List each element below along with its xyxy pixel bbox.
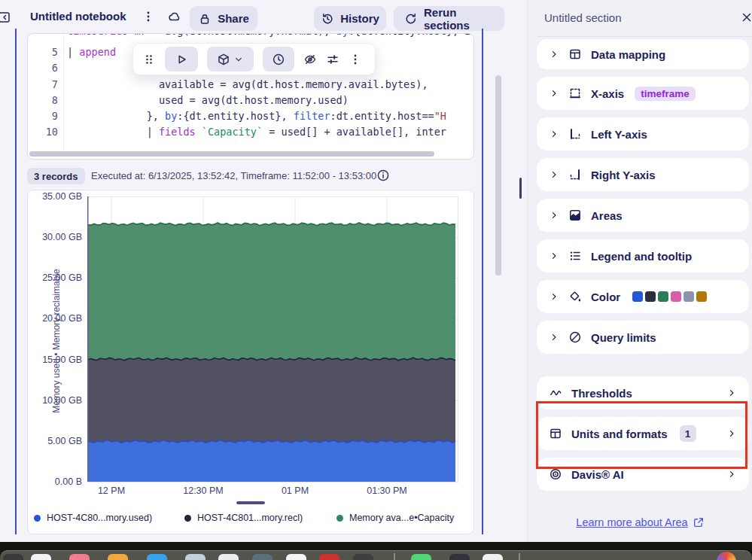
- legend-item[interactable]: HOST-4C80...mory.used): [34, 513, 152, 523]
- panel-tool-davis-ai[interactable]: Davis® AI: [537, 458, 749, 491]
- color-swatch: [645, 291, 656, 302]
- rerun-label: Rerun sections: [424, 6, 494, 32]
- line-number: 5: [28, 44, 58, 60]
- history-icon: [321, 12, 334, 26]
- dock-app-icon[interactable]: [252, 554, 272, 560]
- legend-item[interactable]: HOST-4C801...mory.recl): [184, 513, 303, 523]
- records-count-badge: 3 records: [27, 168, 85, 184]
- table-icon: [568, 47, 582, 61]
- cloud-sync-icon[interactable]: [166, 8, 184, 25]
- y-tick-label: 0.00 B: [31, 476, 82, 487]
- panel-tool-thresholds[interactable]: Thresholds: [537, 376, 749, 409]
- panel-section-query-limits[interactable]: Query limits: [537, 321, 749, 354]
- learn-more-link[interactable]: Learn more about Area: [528, 516, 752, 528]
- dock-app-icon[interactable]: [31, 554, 51, 560]
- dock-app-icon[interactable]: [411, 554, 431, 560]
- history-button[interactable]: History: [314, 6, 386, 31]
- areas-icon: [568, 208, 582, 222]
- more-options-icon[interactable]: [349, 53, 362, 66]
- section-toolbar: [132, 43, 376, 75]
- chevron-right-icon: [549, 210, 559, 221]
- chevron-right-icon: [549, 129, 559, 139]
- dock-app-icon[interactable]: [319, 554, 339, 560]
- section-label: Left Y-axis: [591, 128, 647, 141]
- chevron-right-icon: [549, 169, 559, 180]
- chevron-right-icon: [726, 469, 737, 479]
- legend-label: HOST-4C801...mory.recl): [197, 513, 303, 523]
- y-tick-label: 25.00 GB: [31, 272, 82, 283]
- cube-icon: [217, 53, 230, 66]
- share-label: Share: [218, 12, 249, 25]
- line-number: 9: [28, 108, 58, 124]
- chevron-right-icon: [549, 291, 559, 302]
- hide-input-icon[interactable]: [303, 53, 317, 66]
- color-swatch: [671, 291, 681, 302]
- panel-title: Untitled section: [544, 11, 622, 24]
- chart-legend: HOST-4C80...mory.used)HOST-4C801...mory.…: [28, 513, 475, 526]
- panel-section-x-axis[interactable]: X-axistimeframe: [537, 77, 749, 110]
- color-swatches: [632, 291, 707, 302]
- panel-section-legend-and-tooltip[interactable]: Legend and tooltip: [537, 239, 749, 272]
- options-sliders-icon[interactable]: [326, 53, 339, 66]
- panel-tool-units-and-formats[interactable]: Units and formats1: [537, 417, 749, 450]
- timeframe-button[interactable]: [263, 47, 294, 72]
- panel-section-data-mapping[interactable]: Data mapping: [537, 39, 749, 69]
- code-line[interactable]: 10 | fields `Capacity` = used[] + availa…: [28, 124, 473, 140]
- dock-app-icon[interactable]: [218, 554, 239, 560]
- legend-icon: [568, 249, 582, 263]
- dock-app-icon[interactable]: [286, 554, 306, 560]
- stacked-area-plot[interactable]: [87, 196, 458, 482]
- x-tick-label: 01 PM: [265, 485, 325, 496]
- color-swatch: [632, 291, 643, 302]
- panel-section-right-y-axis[interactable]: Right Y-axis: [537, 158, 749, 191]
- panel-resize-handle[interactable]: [519, 178, 522, 199]
- sidebar-collapse-icon[interactable]: [0, 9, 13, 26]
- chevron-right-icon: [549, 88, 559, 99]
- section-label: Data mapping: [591, 48, 665, 61]
- panel-divider: [537, 36, 752, 37]
- dock-app-icon[interactable]: [449, 554, 470, 560]
- dock-app-icon[interactable]: [353, 554, 373, 560]
- editor-horizontal-scrollbar[interactable]: [29, 151, 472, 157]
- dock-separator: [394, 553, 395, 560]
- dock-app-icon[interactable]: [3, 554, 23, 560]
- x-axis-icon: [568, 87, 582, 100]
- visualization-picker-button[interactable]: [207, 47, 254, 72]
- panel-section-color[interactable]: Color: [537, 280, 749, 313]
- section-label: Areas: [591, 209, 623, 222]
- dock-app-icon[interactable]: [69, 554, 90, 560]
- dock: [0, 542, 752, 560]
- code-line[interactable]: 9 }, by:{dt.entity.host}, filter:dt.enti…: [28, 108, 473, 124]
- legend-item[interactable]: Memory ava...e•Capacity: [336, 513, 454, 523]
- dock-app-icon[interactable]: [108, 554, 128, 560]
- chart-pan-indicator[interactable]: [236, 501, 265, 504]
- drag-handle-icon[interactable]: [142, 53, 156, 66]
- execution-info: Executed at: 6/13/2025, 13:52:42, Timefr…: [91, 170, 376, 181]
- info-icon[interactable]: [376, 169, 390, 182]
- run-query-button[interactable]: [165, 47, 198, 72]
- thresholds-icon: [549, 386, 562, 400]
- code-line[interactable]: 8 used = avg(dt.host.memory.used): [28, 93, 473, 108]
- panel-section-areas[interactable]: Areas: [537, 199, 749, 232]
- color-swatch: [658, 291, 668, 302]
- main-scrollbar[interactable]: [495, 75, 501, 275]
- rerun-sections-button[interactable]: Rerun sections: [394, 6, 504, 31]
- dock-app-icon[interactable]: [483, 554, 503, 560]
- y-tick-label: 35.00 GB: [31, 191, 82, 202]
- tool-label: Davis® AI: [571, 468, 624, 481]
- chevron-right-icon: [549, 49, 559, 59]
- chevron-right-icon: [549, 251, 559, 261]
- timeframe-badge: timeframe: [635, 87, 696, 101]
- y-tick-label: 15.00 GB: [31, 355, 82, 365]
- panel-section-left-y-axis[interactable]: Left Y-axis: [537, 117, 749, 151]
- query-limits-icon: [568, 330, 582, 344]
- dock-app-icon[interactable]: [185, 554, 206, 560]
- notebook-menu-icon[interactable]: [140, 8, 157, 25]
- section-settings-panel: Untitled section Data mappingX-axistimef…: [527, 0, 752, 560]
- legend-label: HOST-4C80...mory.used): [47, 513, 152, 523]
- section-selection-border-right: [482, 29, 483, 534]
- share-button[interactable]: Share: [190, 6, 257, 31]
- code-line[interactable]: 7 available = avg(dt.host.memory.avail.b…: [28, 77, 473, 93]
- dock-app-icon[interactable]: [147, 554, 167, 560]
- close-icon[interactable]: [739, 10, 752, 25]
